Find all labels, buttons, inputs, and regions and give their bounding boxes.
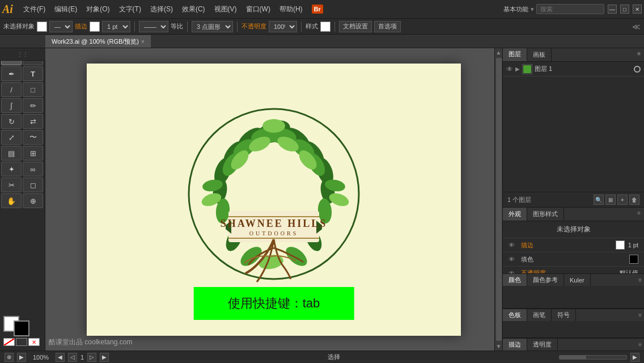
reflect-tool[interactable]: ⇄ <box>23 114 43 129</box>
menu-effect[interactable]: 效果(C) <box>177 2 210 16</box>
menu-window[interactable]: 窗口(W) <box>242 2 275 16</box>
panel-toggle-icon[interactable]: ≪ <box>632 22 641 31</box>
color-ref-tab[interactable]: 颜色参考 <box>527 274 564 286</box>
layer-item[interactable]: 👁 ▶ 图层 1 <box>503 62 644 77</box>
hand-tool[interactable]: ✋ <box>1 193 22 208</box>
none-swatch[interactable] <box>3 338 15 346</box>
symbols-tab[interactable]: 符号 <box>552 309 576 321</box>
pencil-tool[interactable]: ✏ <box>23 98 43 113</box>
menu-edit[interactable]: 编辑(E) <box>50 2 82 16</box>
status-info-button[interactable]: ⊕ <box>5 353 14 362</box>
color-tab[interactable]: 颜色 <box>503 274 527 286</box>
restore-button[interactable]: □ <box>620 5 629 14</box>
transparency-tab[interactable]: 透明度 <box>527 339 558 351</box>
workspace-label: 基本功能 <box>503 5 528 14</box>
menu-select[interactable]: 选择(S) <box>146 2 177 16</box>
zoom-tool[interactable]: ⊕ <box>23 193 43 208</box>
prev-page-button[interactable]: ◀ <box>56 353 65 362</box>
stroke-panel-options[interactable]: ≡ <box>636 340 644 349</box>
stroke-prop-swatch[interactable] <box>616 240 625 250</box>
delete-layer-icon[interactable]: 🗑 <box>629 195 639 205</box>
color-panel-options[interactable]: ≡ <box>636 275 644 285</box>
layer-expand-icon[interactable]: ▶ <box>515 66 520 72</box>
toolbar-sep1 <box>134 22 135 32</box>
black-swatch[interactable] <box>16 338 27 346</box>
stroke-visibility-icon[interactable]: 👁 <box>509 242 518 248</box>
eraser-tool[interactable]: ◻ <box>23 178 43 192</box>
bridge-button[interactable]: Br <box>312 5 323 14</box>
toolbox-resize-handle[interactable]: ⋮⋮ <box>17 51 28 57</box>
canvas-area[interactable]: ▲ ▼ <box>45 48 502 351</box>
vertical-scrollbar[interactable]: ▲ ▼ <box>494 48 502 351</box>
tool-row-7: ▤ ⊞ <box>1 146 44 161</box>
background-color[interactable] <box>14 320 29 336</box>
layer-visibility-icon[interactable]: 👁 <box>506 65 513 73</box>
pen-tool[interactable]: ✒ <box>1 66 22 81</box>
appearance-tab[interactable]: 外观 <box>503 208 527 221</box>
artboard-tab[interactable]: 画板 <box>527 48 552 61</box>
preferences-button[interactable]: 首选项 <box>374 21 401 32</box>
fill-prop-row: 👁 填色 <box>503 252 644 267</box>
eyedropper-tool[interactable]: ✦ <box>1 162 22 176</box>
dash-dropdown[interactable]: —— <box>139 21 168 32</box>
blend-tool[interactable]: ∞ <box>23 162 43 176</box>
line-tool[interactable]: / <box>1 82 22 97</box>
scale-tool[interactable]: ⤢ <box>1 130 22 145</box>
scroll-thumb[interactable] <box>496 58 502 341</box>
stroke-tab2[interactable]: 描边 <box>503 339 527 351</box>
tab-close-button[interactable]: × <box>141 39 145 45</box>
menu-view[interactable]: 视图(V) <box>210 2 242 16</box>
style-swatch[interactable] <box>320 22 331 32</box>
warp-tool[interactable]: 〜 <box>23 130 43 145</box>
document-tab[interactable]: Work23.ai @ 100% (RGB/预览) × <box>45 35 151 48</box>
stroke-swatch[interactable] <box>90 22 100 32</box>
next-page-button[interactable]: ▶ <box>100 353 109 362</box>
minimize-button[interactable]: — <box>608 5 617 14</box>
stroke-type-dropdown[interactable]: — <box>49 21 73 32</box>
new-layer-icon[interactable]: + <box>617 195 628 205</box>
scissors-tool[interactable]: ✂ <box>1 178 22 192</box>
search-input[interactable] <box>536 4 604 14</box>
search-layer-icon[interactable]: 🔍 <box>594 195 604 205</box>
gradient-tool[interactable]: ▤ <box>1 146 22 161</box>
status-expand-button[interactable]: ▶ <box>630 353 639 362</box>
kuler-tab[interactable]: Kuler <box>564 274 591 286</box>
swatches-tab[interactable]: 色板 <box>503 309 527 321</box>
graphic-style-tab[interactable]: 图形样式 <box>527 208 564 221</box>
tab-bar: ⋮⋮ Work23.ai @ 100% (RGB/预览) × <box>0 35 644 48</box>
stroke-prop-row: 👁 描边 1 pt <box>503 238 644 252</box>
layer-menu-icon[interactable]: ⊞ <box>605 195 616 205</box>
svg-text:SHAWNEE HILLS: SHAWNEE HILLS <box>221 218 328 229</box>
menu-object[interactable]: 对象(O) <box>82 2 114 16</box>
type-tool[interactable]: T <box>23 66 43 81</box>
rotate-tool[interactable]: ↻ <box>1 114 22 129</box>
page-number: 1 <box>80 354 84 361</box>
fill-visibility-icon[interactable]: 👁 <box>509 256 518 263</box>
panel-options-icon[interactable]: ≡ <box>634 48 644 61</box>
layers-tab[interactable]: 图层 <box>503 48 527 61</box>
status-arrow-button[interactable]: ▶ <box>17 353 26 362</box>
mesh-tool[interactable]: ⊞ <box>23 146 43 161</box>
scroll-up-button[interactable]: ▲ <box>495 48 502 57</box>
props-panel-options[interactable]: ≡ <box>634 208 644 221</box>
next-art-button[interactable]: ▷ <box>87 353 96 362</box>
paintbrush-tool[interactable]: ∫ <box>1 98 22 113</box>
scroll-down-button[interactable]: ▼ <box>495 342 502 351</box>
doc-settings-button[interactable]: 文档设置 <box>339 21 372 32</box>
opacity-dropdown[interactable]: 100% <box>269 21 297 32</box>
swatches-panel-content <box>503 321 644 338</box>
close-button[interactable]: ✕ <box>633 5 642 14</box>
rect-tool[interactable]: □ <box>23 82 43 97</box>
workspace-dropdown-arrow[interactable]: ▾ <box>531 6 534 13</box>
menu-file[interactable]: 文件(F) <box>19 2 50 16</box>
red-cross-swatch[interactable]: ✕ <box>28 338 40 346</box>
prev-art-button[interactable]: ◁ <box>68 353 77 362</box>
menu-help[interactable]: 帮助(H) <box>275 2 307 16</box>
fill-swatch[interactable] <box>37 22 47 32</box>
swatches-panel-options[interactable]: ≡ <box>636 310 644 320</box>
stroke-size-dropdown[interactable]: 1 pt <box>102 21 130 32</box>
brushes-tab[interactable]: 画笔 <box>527 309 552 321</box>
fill-prop-swatch[interactable] <box>629 255 638 264</box>
shape-dropdown[interactable]: 3 点圆形 <box>192 21 233 32</box>
menu-text[interactable]: 文字(T) <box>115 2 146 16</box>
